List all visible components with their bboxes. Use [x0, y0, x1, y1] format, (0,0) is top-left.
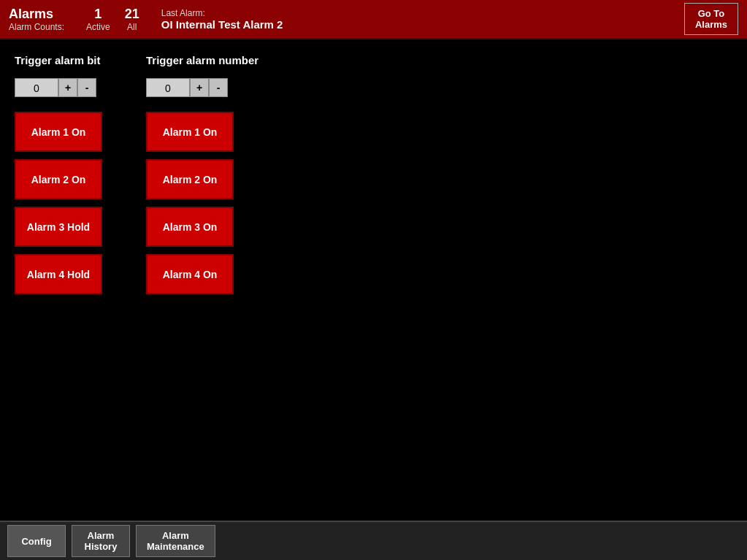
- bit-alarm1-button[interactable]: Alarm 1 On: [15, 112, 102, 152]
- config-button[interactable]: Config: [7, 525, 66, 557]
- header-all-count-group: 21 All: [125, 7, 139, 32]
- trigger-bit-title: Trigger alarm bit: [15, 54, 102, 66]
- main-content: Trigger alarm bit 0 + - Alarm 1 On Alarm…: [0, 39, 747, 309]
- header-title: Alarms: [9, 7, 64, 22]
- alarm-maintenance-button[interactable]: Alarm Maintenance: [136, 525, 215, 557]
- number-alarm4-button[interactable]: Alarm 4 On: [146, 254, 234, 294]
- number-alarm3-button[interactable]: Alarm 3 On: [146, 207, 234, 247]
- header-active-count: 1: [94, 7, 101, 22]
- trigger-bit-minus-button[interactable]: -: [77, 78, 96, 97]
- header-last-alarm: Last Alarm: OI Internal Test Alarm 2: [161, 8, 684, 31]
- header-alarm-counts-label: Alarm Counts:: [9, 22, 64, 32]
- trigger-bit-plus-button[interactable]: +: [58, 78, 77, 97]
- trigger-number-minus-button[interactable]: -: [209, 78, 228, 97]
- trigger-number-stepper: 0 + -: [146, 78, 258, 97]
- alarm-history-button[interactable]: Alarm History: [72, 525, 130, 557]
- trigger-bit-stepper: 0 + -: [15, 78, 102, 97]
- bit-alarm2-button[interactable]: Alarm 2 On: [15, 159, 102, 199]
- header-bar: Alarms Alarm Counts: 1 Active 21 All Las…: [0, 0, 747, 39]
- trigger-number-column: Trigger alarm number 0 + - Alarm 1 On Al…: [146, 54, 258, 294]
- trigger-number-value: 0: [146, 78, 190, 97]
- trigger-bit-value: 0: [15, 78, 58, 97]
- header-last-alarm-value: OI Internal Test Alarm 2: [161, 18, 684, 31]
- columns-container: Trigger alarm bit 0 + - Alarm 1 On Alarm…: [15, 54, 732, 294]
- header-active-count-group: 1 Active: [86, 7, 110, 32]
- header-all-count: 21: [125, 7, 139, 22]
- number-alarm2-button[interactable]: Alarm 2 On: [146, 159, 234, 199]
- bottom-bar: Config Alarm History Alarm Maintenance: [0, 521, 747, 560]
- trigger-number-title: Trigger alarm number: [146, 54, 258, 66]
- header-active-label: Active: [86, 22, 110, 32]
- go-to-alarms-button[interactable]: Go To Alarms: [684, 3, 738, 35]
- header-counts-row: 1 Active 21 All: [86, 7, 139, 32]
- header-all-label: All: [127, 22, 137, 32]
- number-alarm1-button[interactable]: Alarm 1 On: [146, 112, 234, 152]
- bit-alarm4-button[interactable]: Alarm 4 Hold: [15, 254, 102, 294]
- header-alarms-block: Alarms Alarm Counts:: [9, 7, 64, 32]
- bit-alarm3-button[interactable]: Alarm 3 Hold: [15, 207, 102, 247]
- trigger-number-plus-button[interactable]: +: [190, 78, 209, 97]
- header-last-alarm-label: Last Alarm:: [161, 8, 684, 18]
- trigger-bit-column: Trigger alarm bit 0 + - Alarm 1 On Alarm…: [15, 54, 102, 294]
